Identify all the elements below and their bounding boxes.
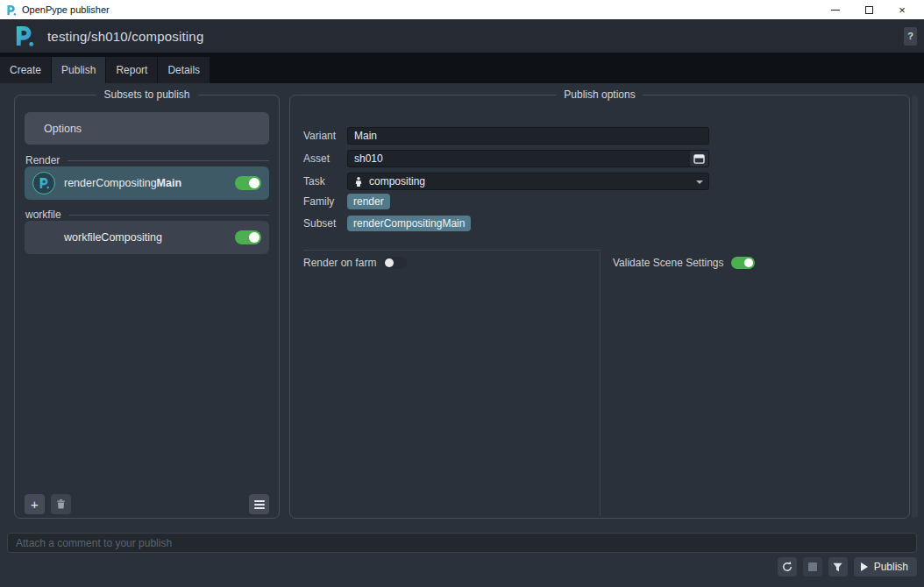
subset-item-label: renderCompositingMain (64, 177, 181, 189)
comment-input[interactable] (7, 533, 917, 553)
validate-scene-settings-row: Validate Scene Settings (613, 257, 755, 269)
close-button[interactable]: × (885, 0, 919, 19)
minimize-button[interactable] (819, 0, 852, 19)
tab-report[interactable]: Report (106, 57, 157, 83)
publish-button-label: Publish (874, 561, 908, 573)
openpype-publisher-window: OpenPype publisher × testing/sh010/compo… (0, 0, 924, 587)
trash-icon (55, 499, 67, 510)
subset-item-label: workfileCompositing (64, 231, 162, 244)
publish-options-panel: Publish options Variant Asset Task (289, 95, 910, 519)
column-divider (600, 251, 601, 516)
variant-row: Variant (303, 127, 709, 145)
stop-icon (808, 562, 817, 571)
publish-button[interactable]: Publish (854, 557, 917, 576)
variant-input[interactable] (347, 127, 709, 145)
subset-enabled-toggle[interactable] (235, 176, 261, 190)
app-title: OpenPype publisher (22, 4, 110, 15)
window-controls: × (819, 0, 919, 19)
subset-item-render[interactable]: renderCompositingMain (25, 166, 269, 200)
subsets-panel: Subsets to publish Options Render render… (14, 95, 280, 519)
subsets-panel-title: Subsets to publish (96, 88, 197, 101)
subset-row: Subset renderCompositingMain (303, 216, 471, 231)
render-on-farm-toggle[interactable] (383, 257, 407, 269)
family-label: Family (303, 195, 347, 208)
maximize-button[interactable] (852, 0, 885, 19)
filter-button[interactable] (828, 557, 848, 576)
openpype-header-logo-icon (12, 25, 35, 47)
close-icon: × (899, 4, 906, 16)
context-title: testing/sh010/compositing (47, 29, 203, 44)
publish-options-title: Publish options (556, 88, 643, 101)
titlebar[interactable]: OpenPype publisher × (0, 0, 924, 19)
task-row: Task compositing (303, 173, 709, 190)
openpype-logo-icon (5, 4, 17, 16)
asset-row: Asset (303, 150, 709, 167)
options-button[interactable]: Options (25, 112, 269, 145)
play-icon (861, 562, 868, 571)
task-value: compositing (369, 175, 425, 187)
subsets-panel-footer: + (25, 494, 269, 514)
openpype-item-icon (32, 172, 55, 194)
family-row: Family render (303, 194, 390, 209)
delete-instance-button[interactable] (51, 494, 71, 514)
subset-badge: renderCompositingMain (347, 216, 471, 231)
render-group-header: Render (25, 153, 269, 167)
change-view-button[interactable] (249, 494, 269, 514)
refresh-icon (781, 561, 793, 573)
subset-label: Subset (303, 217, 347, 230)
workfile-group-label: workfile (25, 209, 61, 221)
main-area: Subsets to publish Options Render render… (0, 83, 924, 587)
validate-scene-settings-toggle[interactable] (731, 257, 755, 269)
tab-publish[interactable]: Publish (52, 57, 105, 83)
asset-label: Asset (303, 152, 347, 165)
person-icon (354, 176, 363, 187)
variant-label: Variant (303, 130, 347, 142)
help-button[interactable]: ? (904, 27, 917, 46)
render-on-farm-label: Render on farm (303, 257, 376, 269)
refresh-button[interactable] (778, 557, 797, 576)
group-divider (69, 215, 269, 216)
render-group-label: Render (25, 154, 60, 166)
asset-input[interactable] (347, 150, 709, 167)
family-badge: render (347, 194, 390, 209)
scrollbar[interactable] (912, 95, 918, 518)
filter-icon (832, 562, 843, 573)
subset-item-workfile[interactable]: workfileCompositing (25, 221, 269, 254)
chevron-down-icon (696, 180, 703, 184)
tab-create[interactable]: Create (0, 57, 51, 83)
add-instance-button[interactable]: + (25, 494, 45, 514)
task-combobox[interactable]: compositing (347, 173, 709, 190)
tab-details[interactable]: Details (158, 57, 210, 83)
stop-button[interactable] (803, 557, 822, 576)
render-on-farm-row: Render on farm (303, 257, 407, 269)
minimize-icon (831, 10, 840, 11)
maximize-icon (865, 6, 873, 14)
subset-enabled-toggle[interactable] (235, 230, 261, 244)
asset-browse-button[interactable] (690, 151, 708, 166)
window-icon (693, 154, 705, 164)
validate-scene-settings-label: Validate Scene Settings (613, 257, 724, 269)
header: testing/sh010/compositing ? (0, 19, 924, 53)
group-divider (68, 160, 269, 161)
action-buttons: Publish (778, 557, 917, 576)
tab-bar: Create Publish Report Details (0, 53, 924, 83)
menu-icon (254, 500, 265, 509)
task-label: Task (303, 175, 347, 187)
workfile-group-header: workfile (25, 208, 269, 222)
section-separator (303, 250, 601, 251)
